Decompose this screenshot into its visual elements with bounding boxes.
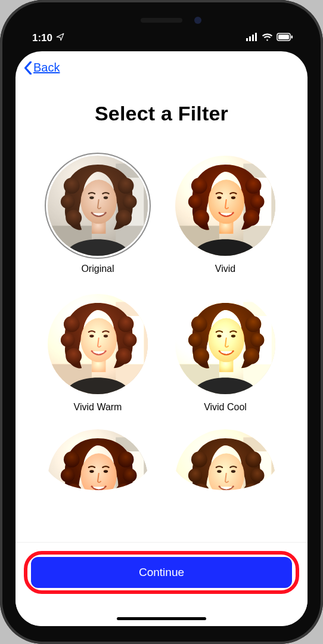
- svg-rect-6: [291, 36, 293, 39]
- back-button[interactable]: Back: [24, 61, 60, 75]
- continue-button[interactable]: Continue: [31, 557, 292, 588]
- avatar-ring: [45, 153, 151, 259]
- nav-bar: Back: [15, 51, 308, 80]
- filter-option[interactable]: Vivid Warm: [39, 291, 156, 413]
- front-camera-icon: [194, 17, 201, 24]
- filter-option[interactable]: Vivid Cool: [167, 291, 284, 413]
- filter-option[interactable]: Original: [39, 153, 156, 274]
- screen: Back Select a Filter Original Vivid Vivi…: [15, 51, 308, 626]
- avatar-ring: [45, 291, 151, 397]
- bottom-bar: Continue: [15, 543, 308, 626]
- status-bar: 1:10: [0, 25, 323, 51]
- cell-signal-icon: [246, 32, 258, 44]
- filter-label: Vivid Cool: [204, 402, 247, 413]
- avatar-ring: [45, 429, 151, 490]
- status-time: 1:10: [32, 32, 52, 44]
- filter-option[interactable]: [39, 429, 156, 490]
- svg-rect-5: [278, 35, 289, 39]
- home-indicator[interactable]: [117, 617, 206, 620]
- filter-option[interactable]: Vivid: [167, 153, 284, 274]
- avatar-image: [175, 294, 275, 394]
- battery-icon: [277, 32, 293, 44]
- filter-label: Vivid: [215, 264, 235, 274]
- filter-option[interactable]: [167, 429, 284, 490]
- chevron-left-icon: [24, 61, 32, 75]
- avatar-ring: [172, 291, 278, 397]
- svg-rect-0: [246, 38, 248, 41]
- continue-label: Continue: [139, 566, 184, 578]
- page-title: Select a Filter: [15, 102, 308, 125]
- back-label: Back: [33, 61, 60, 75]
- speaker-grille: [141, 18, 182, 23]
- avatar-image: [48, 429, 148, 490]
- avatar-ring: [172, 153, 278, 259]
- svg-rect-1: [249, 36, 251, 41]
- device-frame: 1:10 Back Select a Filter: [0, 0, 323, 644]
- filter-label: Original: [81, 264, 114, 274]
- avatar-image: [175, 156, 275, 256]
- avatar-image: [48, 156, 148, 256]
- filter-grid: Original Vivid Vivid Warm Vivid Cool: [15, 125, 308, 490]
- avatar-ring: [172, 429, 278, 490]
- avatar-image: [48, 294, 148, 394]
- avatar-image: [175, 429, 275, 490]
- svg-rect-3: [255, 33, 257, 41]
- svg-rect-2: [252, 35, 254, 41]
- location-arrow-icon: [56, 32, 64, 44]
- wifi-icon: [262, 32, 273, 44]
- filter-label: Vivid Warm: [74, 402, 122, 413]
